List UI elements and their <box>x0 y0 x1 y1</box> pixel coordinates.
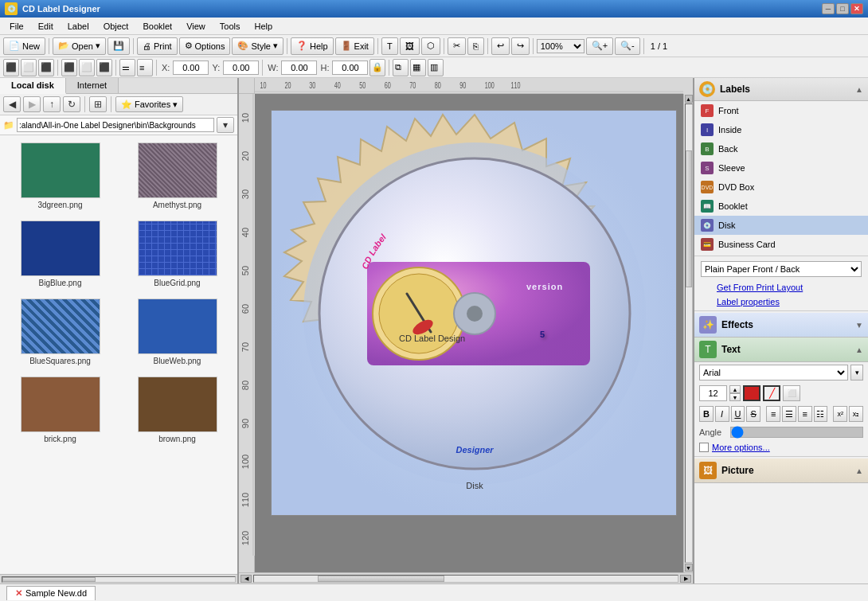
underline-button[interactable]: U <box>731 406 745 422</box>
minimize-button[interactable]: ─ <box>822 3 835 14</box>
nav-up-button[interactable]: ↑ <box>43 96 61 112</box>
menu-booklet[interactable]: Booklet <box>136 20 178 33</box>
stroke-color-button[interactable]: ╱ <box>763 385 780 401</box>
nav-refresh-button[interactable]: ↻ <box>63 96 80 112</box>
font-select[interactable]: Arial Times New Roman Verdana Courier Ne… <box>699 365 848 381</box>
scroll-thumb-h[interactable] <box>318 576 445 582</box>
nav-back-button[interactable]: ◀ <box>3 96 21 112</box>
opacity-button[interactable]: ⬜ <box>783 385 800 401</box>
style-button[interactable]: 🎨 Style ▾ <box>232 37 283 55</box>
image-tool-button[interactable]: 🖼 <box>400 37 420 55</box>
redo-button[interactable]: ↪ <box>511 37 530 55</box>
align-bottom-button[interactable]: ⬛ <box>96 59 112 76</box>
options-button[interactable]: ⚙ Options <box>179 37 231 55</box>
get-from-print-link[interactable]: Get From Print Layout <box>694 280 868 295</box>
file-item-3dgreen[interactable]: 3dgreen.png <box>3 139 117 213</box>
undo-button[interactable]: ↩ <box>491 37 510 55</box>
cut-button[interactable]: ✂ <box>448 37 466 55</box>
label-properties-link[interactable]: Label properties <box>694 295 868 309</box>
font-color-button[interactable] <box>743 385 760 401</box>
canvas-scrollable[interactable]: CD Label Design version 5 CD Lab <box>255 94 683 572</box>
menu-tools[interactable]: Tools <box>213 20 247 33</box>
align-middle-button[interactable]: ⬜ <box>79 59 95 76</box>
path-dropdown-button[interactable]: ▾ <box>217 117 234 133</box>
distribute-h-button[interactable]: ⚌ <box>119 59 135 76</box>
help-button[interactable]: ❓ Help <box>291 37 334 55</box>
maximize-button[interactable]: □ <box>836 3 849 14</box>
left-scrollbar[interactable] <box>0 574 237 583</box>
group-button[interactable]: ▦ <box>410 59 426 76</box>
more-options-checkbox[interactable] <box>699 443 709 452</box>
rp-item-dvdbox[interactable]: DVD DVD Box <box>694 178 868 197</box>
angle-slider[interactable] <box>730 427 863 438</box>
tab-internet[interactable]: Internet <box>66 78 119 93</box>
file-item-amethyst[interactable]: Amethyst.png <box>120 139 234 213</box>
rp-item-disk[interactable]: 💿 Disk <box>694 216 868 235</box>
menu-label[interactable]: Label <box>61 20 96 33</box>
file-item-bluesquares[interactable]: BlueSquares.png <box>3 295 117 369</box>
h-input[interactable] <box>332 60 368 75</box>
rp-item-front[interactable]: F Front <box>694 101 868 120</box>
font-expand-button[interactable]: ▾ <box>850 365 863 381</box>
close-button[interactable]: ✕ <box>850 3 863 14</box>
menu-help[interactable]: Help <box>248 20 279 33</box>
right-scrollbar[interactable]: ▲ ▼ <box>683 94 693 572</box>
nav-forward-button[interactable]: ▶ <box>23 96 41 112</box>
align-left-text-button[interactable]: ≡ <box>766 406 780 422</box>
align-right-button[interactable]: ⬛ <box>38 59 54 76</box>
scroll-down-button[interactable]: ▼ <box>685 564 693 572</box>
bold-button[interactable]: B <box>699 406 714 422</box>
tab-close-icon[interactable]: ✕ <box>15 588 22 599</box>
y-input[interactable] <box>223 60 259 75</box>
favorites-button[interactable]: ⭐ Favorites ▾ <box>115 96 183 112</box>
align-right-text-button[interactable]: ≡ <box>798 406 812 422</box>
text-tool-button[interactable]: T <box>381 37 398 55</box>
superscript-button[interactable]: x² <box>833 406 847 422</box>
effects-section-header[interactable]: ✨ Effects ▼ <box>694 313 868 338</box>
file-item-bigblue[interactable]: BigBlue.png <box>3 217 117 291</box>
font-size-down-button[interactable]: ▼ <box>729 393 741 401</box>
italic-button[interactable]: I <box>715 406 729 422</box>
font-size-input[interactable] <box>699 385 727 401</box>
view-toggle-button[interactable]: ⊞ <box>89 96 107 112</box>
file-item-brick[interactable]: brick.png <box>3 373 117 447</box>
w-input[interactable] <box>281 60 317 75</box>
print-button[interactable]: 🖨 Print <box>137 37 178 55</box>
rp-item-sleeve[interactable]: S Sleeve <box>694 158 868 178</box>
align-left-button[interactable]: ⬛ <box>3 59 19 76</box>
scroll-thumb-v[interactable] <box>686 150 692 288</box>
subscript-button[interactable]: x₂ <box>849 406 863 422</box>
align-center-text-button[interactable]: ☰ <box>782 406 796 422</box>
exit-button[interactable]: 🚪 Exit <box>335 37 374 55</box>
strikethrough-button[interactable]: S <box>746 406 760 422</box>
scroll-right-button[interactable]: ▶ <box>680 575 691 583</box>
shape-tool-button[interactable]: ⬡ <box>421 37 440 55</box>
new-button[interactable]: 📄 New <box>3 37 45 55</box>
lock-ratio-button[interactable]: 🔒 <box>369 59 385 76</box>
distribute-v-button[interactable]: ≡ <box>137 59 153 76</box>
align-top-button[interactable]: ⬛ <box>61 59 77 76</box>
rp-item-inside[interactable]: I Inside <box>694 120 868 139</box>
zoom-out-button[interactable]: 🔍- <box>615 37 640 55</box>
menu-view[interactable]: View <box>180 20 212 33</box>
menu-edit[interactable]: Edit <box>32 20 60 33</box>
ungroup-button[interactable]: ▥ <box>428 59 444 76</box>
status-tab-sample[interactable]: ✕ Sample New.dd <box>6 586 96 600</box>
open-button[interactable]: 📂 Open ▾ <box>53 37 106 55</box>
rp-item-back[interactable]: B Back <box>694 139 868 158</box>
file-item-blueweb[interactable]: BlueWeb.png <box>120 295 234 369</box>
rp-item-businesscard[interactable]: 💳 Business Card <box>694 235 868 254</box>
more-options-link[interactable]: More options... <box>712 443 770 452</box>
layer-tools[interactable]: ⧉ <box>393 59 409 76</box>
file-item-brown[interactable]: brown.png <box>120 373 234 447</box>
x-input[interactable] <box>173 60 209 75</box>
align-center-button[interactable]: ⬜ <box>21 59 37 76</box>
save-button[interactable]: 💾 <box>108 37 130 55</box>
paper-type-select[interactable]: Plain Paper Front / Back Glossy Matte <box>701 261 862 277</box>
menu-object[interactable]: Object <box>97 20 135 33</box>
tab-local-disk[interactable]: Local disk <box>0 78 66 94</box>
scroll-left-button[interactable]: ◀ <box>240 575 252 583</box>
path-input[interactable] <box>17 118 214 132</box>
picture-section-header[interactable]: 🖼 Picture ▲ <box>694 459 868 483</box>
left-scroll-thumb[interactable] <box>2 577 96 582</box>
